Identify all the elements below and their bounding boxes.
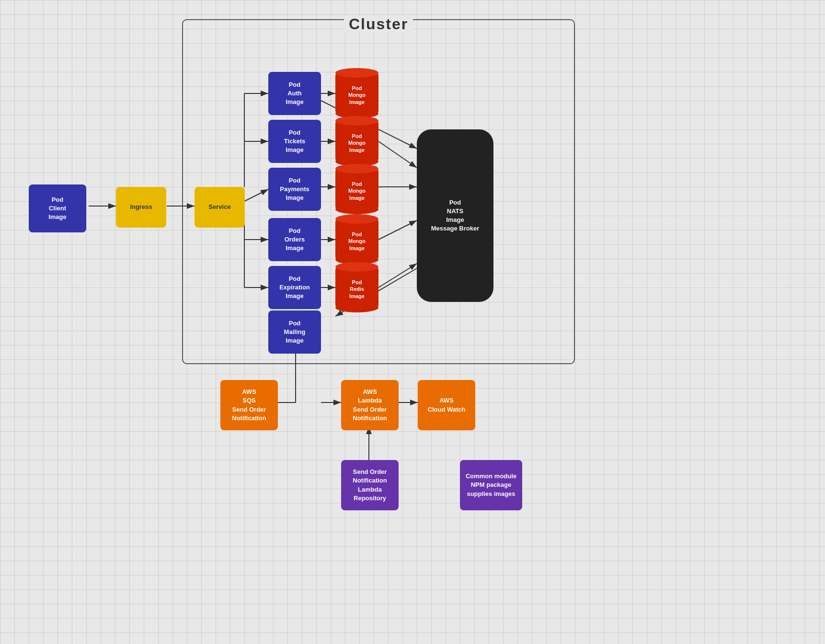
pod-auth-label: PodAuthImage: [286, 80, 304, 107]
pod-nats-label: PodNATSImageMessage Broker: [431, 198, 479, 233]
pod-tickets-label: PodTicketsImage: [284, 128, 306, 155]
common-module-node: Common moduleNPM packagesupplies images: [460, 460, 522, 510]
pod-client-label: PodClientImage: [48, 196, 67, 222]
service-node: Service: [195, 187, 245, 228]
pod-orders-label: PodOrdersImage: [285, 227, 305, 253]
pod-auth-node: PodAuthImage: [268, 72, 321, 115]
mongo-tickets-body: PodMongoImage: [335, 121, 378, 161]
ingress-node: Ingress: [116, 187, 166, 228]
pod-tickets-node: PodTicketsImage: [268, 120, 321, 163]
ingress-label: Ingress: [130, 203, 152, 211]
redis-exp-body: PodRedisImage: [335, 267, 378, 308]
mongo-orders-body: PodMongoImage: [335, 219, 378, 260]
aws-sqs-label: AWSSQSSend OrderNotification: [232, 388, 266, 423]
pod-mailing-label: PodMailingImage: [284, 319, 306, 345]
mongo-auth-body: PodMongoImage: [335, 73, 378, 114]
aws-cloudwatch-label: AWSCloud Watch: [428, 396, 466, 414]
pod-nats-node: PodNATSImageMessage Broker: [417, 129, 493, 302]
pod-payments-label: PodPaymentsImage: [280, 176, 309, 203]
pod-client-node: PodClientImage: [29, 184, 86, 232]
aws-lambda-node: AWSLambdaSend OrderNotification: [341, 380, 399, 430]
aws-cloudwatch-node: AWSCloud Watch: [418, 380, 475, 430]
mongo-orders-node: PodMongoImage: [335, 219, 378, 260]
common-module-label: Common moduleNPM packagesupplies images: [466, 472, 516, 498]
service-label: Service: [208, 203, 230, 211]
canvas: Cluster: [0, 0, 825, 644]
pod-mailing-node: PodMailingImage: [268, 310, 321, 354]
mongo-payments-body: PodMongoImage: [335, 169, 378, 209]
aws-sqs-node: AWSSQSSend OrderNotification: [220, 380, 278, 430]
redis-exp-node: PodRedisImage: [335, 267, 378, 308]
lambda-repo-label: Send OrderNotificationLambdaRepository: [353, 468, 387, 503]
pod-payments-node: PodPaymentsImage: [268, 168, 321, 211]
mongo-tickets-node: PodMongoImage: [335, 121, 378, 161]
pod-expiration-node: PodExpirationImage: [268, 266, 321, 309]
pod-orders-node: PodOrdersImage: [268, 218, 321, 261]
cluster-title: Cluster: [344, 15, 413, 33]
aws-lambda-label: AWSLambdaSend OrderNotification: [353, 388, 387, 423]
pod-expiration-label: PodExpirationImage: [279, 275, 310, 301]
lambda-repo-node: Send OrderNotificationLambdaRepository: [341, 460, 399, 510]
mongo-auth-node: PodMongoImage: [335, 73, 378, 114]
mongo-payments-node: PodMongoImage: [335, 169, 378, 209]
